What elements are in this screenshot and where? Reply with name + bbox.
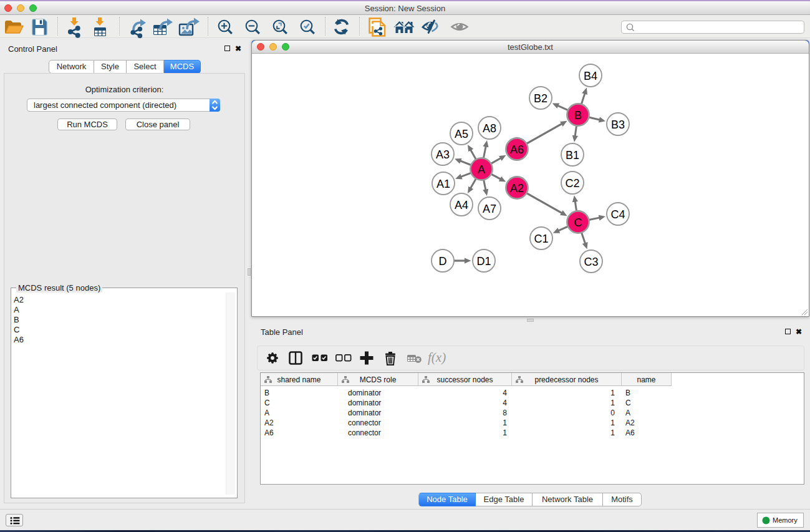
svg-text:C4: C4 — [610, 208, 625, 221]
svg-text:B3: B3 — [611, 118, 625, 131]
svg-text:B1: B1 — [566, 149, 579, 162]
svg-text:A8: A8 — [483, 122, 496, 135]
svg-text:A3: A3 — [436, 148, 450, 161]
svg-text:A1: A1 — [436, 178, 450, 190]
svg-text:C2: C2 — [565, 177, 579, 190]
svg-text:C3: C3 — [584, 256, 598, 268]
svg-text:A7: A7 — [483, 203, 496, 215]
svg-text:B2: B2 — [534, 92, 547, 105]
svg-text:A2: A2 — [510, 182, 524, 195]
svg-text:C1: C1 — [534, 233, 548, 245]
svg-text:B: B — [574, 109, 582, 122]
svg-text:A5: A5 — [455, 128, 468, 140]
svg-text:A6: A6 — [510, 143, 524, 156]
svg-text:D1: D1 — [476, 255, 491, 268]
svg-text:A4: A4 — [455, 199, 468, 211]
svg-text:A: A — [478, 163, 485, 176]
svg-text:B4: B4 — [584, 70, 597, 82]
svg-text:C: C — [574, 216, 582, 229]
svg-text:D: D — [439, 255, 447, 268]
